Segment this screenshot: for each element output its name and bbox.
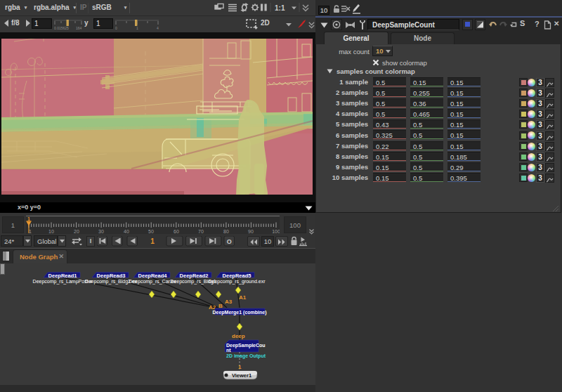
svg-text:A3: A3 (225, 299, 233, 305)
svg-text:1: 1 (238, 364, 242, 370)
svg-text:A1: A1 (239, 294, 247, 301)
svg-text:1: 1 (27, 216, 30, 221)
svg-text:70: 70 (198, 229, 204, 234)
svg-text:90: 90 (248, 229, 254, 234)
svg-text:nt: nt (226, 348, 231, 353)
svg-text:30: 30 (98, 229, 104, 234)
svg-text:Deepcomp_rs_ground.exr: Deepcomp_rs_ground.exr (209, 279, 266, 285)
svg-text:1: 1 (136, 26, 138, 30)
svg-text:20: 20 (74, 229, 79, 234)
svg-text:2D image Output: 2D image Output (226, 353, 266, 359)
svg-text:DeepMerge1 (combine): DeepMerge1 (combine) (212, 310, 266, 315)
svg-text:Deepcomp_rs_Car.ex: Deepcomp_rs_Car.ex (129, 279, 176, 285)
svg-text:1: 1 (150, 237, 155, 245)
svg-text:164: 164 (76, 26, 82, 30)
svg-text:80: 80 (223, 229, 229, 234)
svg-text:60: 60 (174, 229, 179, 234)
svg-text:10: 10 (48, 229, 54, 234)
svg-text:DeepRead1: DeepRead1 (48, 273, 77, 279)
svg-text:DeepRead3: DeepRead3 (97, 273, 126, 279)
svg-text:0.015625: 0.015625 (54, 26, 69, 30)
svg-text:40: 40 (124, 229, 129, 234)
svg-text:B: B (218, 303, 223, 309)
svg-text:DeepRead4: DeepRead4 (138, 273, 168, 279)
svg-text:DeepSampleCou: DeepSampleCou (226, 343, 266, 348)
svg-text:Deepcomp_rs_LampPost.e: Deepcomp_rs_LampPost.e (33, 279, 93, 285)
svg-text:DeepRead2: DeepRead2 (180, 273, 209, 279)
svg-text:4: 4 (157, 26, 159, 30)
svg-text:O: O (227, 238, 232, 245)
svg-text:50: 50 (148, 229, 154, 234)
svg-text:0: 0 (115, 26, 117, 30)
svg-text:1: 1 (29, 229, 32, 234)
svg-text:Viewer1: Viewer1 (232, 372, 251, 379)
svg-text:100: 100 (272, 229, 280, 234)
svg-text:deep: deep (232, 333, 245, 339)
svg-text:1:1: 1:1 (275, 4, 285, 12)
svg-text:DeepRead5: DeepRead5 (223, 273, 251, 279)
